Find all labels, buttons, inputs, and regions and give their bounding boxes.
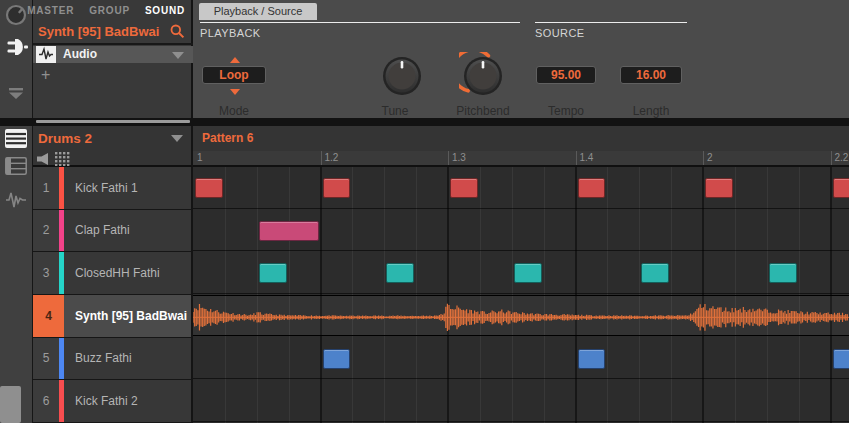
plugin-plug-icon[interactable] (5, 35, 29, 59)
ruler-beat-label: 2 (707, 152, 713, 163)
note-block[interactable] (386, 263, 414, 283)
track-row[interactable]: 1Kick Fathi 1 (33, 167, 193, 210)
note-block[interactable] (195, 178, 223, 198)
pattern-header: Pattern 6 (193, 126, 849, 151)
track-number: 6 (33, 380, 59, 422)
params-panel: Playback / Source PLAYBACK SOURCE Loop M… (193, 0, 849, 118)
tune-label: Tune (355, 104, 435, 118)
group-name-dropdown[interactable]: Drums 2 (38, 126, 92, 151)
note-block[interactable] (641, 263, 669, 283)
ruler-tick (448, 151, 449, 167)
sound-name: Synth [95] BadBwai (38, 22, 173, 42)
length-label: Length (611, 104, 691, 118)
track-number: 3 (33, 252, 59, 294)
ruler-beat-label: 1 (197, 152, 203, 163)
maschine-window: MASTER GROUP SOUND Synth [95] BadBwai Au… (0, 0, 849, 423)
track-number: 4 (33, 295, 64, 337)
note-block[interactable] (833, 178, 849, 198)
plugin-slot-label: Audio (63, 46, 97, 63)
note-block[interactable] (705, 178, 733, 198)
chevron-down-icon[interactable] (171, 135, 183, 142)
mode-label: Mode (194, 104, 274, 118)
separator (33, 43, 193, 45)
ruler-tick (703, 151, 704, 167)
timeline-ruler[interactable]: 11.21.31.422.2 (193, 151, 849, 167)
grid-lane[interactable] (193, 380, 849, 422)
track-number: 5 (33, 338, 59, 380)
track-number: 2 (33, 210, 59, 252)
sample-editor-wave-icon[interactable] (6, 191, 26, 209)
playback-section-rule (200, 22, 520, 23)
grid-lane[interactable] (193, 167, 849, 209)
piano-roll-icon[interactable] (5, 157, 27, 175)
note-block[interactable] (769, 263, 797, 283)
note-block[interactable] (259, 221, 319, 241)
note-block[interactable] (578, 178, 606, 198)
audio-waveform (193, 296, 849, 339)
vertical-scrollbar-thumb[interactable] (0, 386, 21, 423)
track-row[interactable]: 4Synth [95] BadBwai (33, 295, 193, 338)
note-block[interactable] (323, 178, 351, 198)
ruler-beat-label: 1.3 (452, 152, 466, 163)
channel-tabs: MASTER GROUP SOUND (33, 0, 193, 20)
magnifier-icon[interactable] (170, 24, 185, 39)
source-section-label: SOURCE (535, 27, 584, 39)
ruler-tick (321, 151, 322, 167)
track-number: 1 (33, 167, 59, 209)
pad-grid-icon[interactable] (55, 152, 71, 166)
track-name: Clap Fathi (64, 210, 193, 252)
tab-sound[interactable]: SOUND (145, 5, 185, 16)
tab-master[interactable]: MASTER (27, 5, 74, 16)
ruler-beat-label: 2.2 (835, 152, 849, 163)
source-section-rule (535, 22, 687, 23)
pitchbend-knob[interactable] (459, 52, 507, 100)
track-name: Kick Fathi 1 (64, 167, 193, 209)
playback-section-label: PLAYBACK (200, 27, 260, 39)
grid-lane[interactable] (193, 338, 849, 380)
track-row[interactable]: 3ClosedHH Fathi (33, 252, 193, 295)
speaker-mute-icon[interactable] (37, 153, 49, 165)
sequencer-grid[interactable] (193, 167, 849, 423)
pattern-editor-list-icon[interactable] (5, 129, 27, 149)
tempo-value[interactable]: 95.00 (536, 66, 596, 84)
pattern-name[interactable]: Pattern 6 (202, 126, 253, 151)
collapse-arrow-icon[interactable] (8, 88, 24, 100)
mode-up-arrow[interactable] (230, 57, 240, 63)
sound-list-scrollbar[interactable] (36, 120, 190, 123)
mode-down-arrow[interactable] (230, 89, 240, 95)
grid-lane[interactable] (193, 295, 849, 336)
ruler-beat-label: 1.4 (580, 152, 594, 163)
note-block[interactable] (450, 178, 478, 198)
tune-knob[interactable] (380, 54, 424, 98)
grid-lane[interactable] (193, 252, 849, 294)
audio-waveform-icon (36, 46, 56, 63)
sound-panel: MASTER GROUP SOUND Synth [95] BadBwai Au… (33, 0, 193, 118)
group-header: Drums 2 (33, 126, 193, 151)
tempo-label: Tempo (526, 104, 606, 118)
note-block[interactable] (833, 349, 849, 369)
track-row[interactable]: 6Kick Fathi 2 (33, 380, 193, 423)
group-toolbar (33, 151, 193, 167)
tab-group[interactable]: GROUP (89, 5, 130, 16)
note-block[interactable] (259, 263, 287, 283)
track-list: 1Kick Fathi 12Clap Fathi3ClosedHH Fathi4… (33, 167, 193, 423)
ruler-beat-label: 1.2 (325, 152, 339, 163)
note-block[interactable] (578, 349, 606, 369)
tab-playback-source[interactable]: Playback / Source (199, 3, 317, 20)
grid-lane[interactable] (193, 210, 849, 252)
left-rail (0, 0, 33, 423)
track-row[interactable]: 5Buzz Fathi (33, 338, 193, 381)
audio-plugin-icon-box (36, 46, 56, 63)
mode-selector[interactable]: Loop (202, 66, 266, 84)
channel-properties-knob-icon[interactable] (5, 4, 27, 26)
plugin-slot-dropdown[interactable]: Audio (33, 46, 193, 63)
ruler-tick (831, 151, 832, 167)
note-block[interactable] (323, 349, 351, 369)
pitchbend-label: Pitchbend (443, 104, 523, 118)
length-value[interactable]: 16.00 (620, 66, 682, 84)
chevron-down-icon (172, 52, 184, 59)
add-plugin-button[interactable]: + (41, 66, 50, 84)
track-name: ClosedHH Fathi (64, 252, 193, 294)
note-block[interactable] (514, 263, 542, 283)
track-row[interactable]: 2Clap Fathi (33, 210, 193, 253)
